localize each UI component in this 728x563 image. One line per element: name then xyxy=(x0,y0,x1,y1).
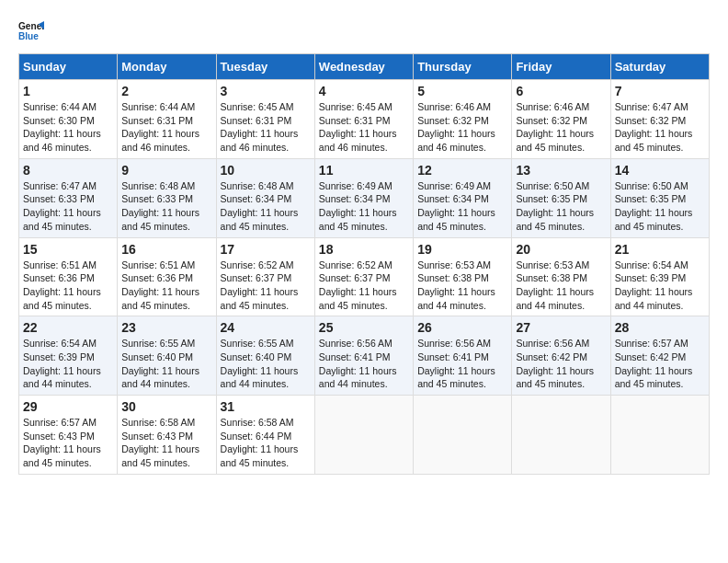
day-number: 30 xyxy=(121,399,211,414)
day-info: Sunrise: 6:57 AM Sunset: 6:42 PM Dayligh… xyxy=(615,337,705,391)
calendar-cell: 14 Sunrise: 6:50 AM Sunset: 6:35 PM Dayl… xyxy=(610,158,709,237)
calendar-cell xyxy=(414,396,512,475)
day-info: Sunrise: 6:45 AM Sunset: 6:31 PM Dayligh… xyxy=(221,100,311,155)
svg-text:Blue: Blue xyxy=(18,31,39,41)
calendar-cell: 31 Sunrise: 6:58 AM Sunset: 6:44 PM Dayl… xyxy=(216,396,314,475)
calendar-cell: 9 Sunrise: 6:48 AM Sunset: 6:33 PM Dayli… xyxy=(118,158,216,237)
day-info: Sunrise: 6:56 AM Sunset: 6:41 PM Dayligh… xyxy=(319,337,409,391)
day-info: Sunrise: 6:50 AM Sunset: 6:35 PM Dayligh… xyxy=(615,179,705,234)
day-info: Sunrise: 6:48 AM Sunset: 6:33 PM Dayligh… xyxy=(121,179,211,234)
day-number: 12 xyxy=(417,163,507,178)
day-info: Sunrise: 6:54 AM Sunset: 6:39 PM Dayligh… xyxy=(615,259,705,313)
day-number: 13 xyxy=(516,163,606,178)
day-number: 31 xyxy=(221,399,311,414)
calendar-cell: 13 Sunrise: 6:50 AM Sunset: 6:35 PM Dayl… xyxy=(512,158,610,237)
day-number: 16 xyxy=(121,242,211,257)
calendar-cell: 25 Sunrise: 6:56 AM Sunset: 6:41 PM Dayl… xyxy=(314,316,413,396)
day-number: 4 xyxy=(319,84,409,98)
day-info: Sunrise: 6:55 AM Sunset: 6:40 PM Dayligh… xyxy=(121,337,211,391)
calendar-cell: 21 Sunrise: 6:54 AM Sunset: 6:39 PM Dayl… xyxy=(610,237,709,316)
calendar-week-row: 15 Sunrise: 6:51 AM Sunset: 6:36 PM Dayl… xyxy=(19,237,710,316)
calendar-cell: 10 Sunrise: 6:48 AM Sunset: 6:34 PM Dayl… xyxy=(216,158,314,237)
day-info: Sunrise: 6:52 AM Sunset: 6:37 PM Dayligh… xyxy=(319,259,409,313)
day-number: 17 xyxy=(221,242,311,257)
calendar-cell: 18 Sunrise: 6:52 AM Sunset: 6:37 PM Dayl… xyxy=(314,237,413,316)
day-number: 3 xyxy=(221,84,311,98)
day-number: 29 xyxy=(23,399,113,414)
calendar-cell: 17 Sunrise: 6:52 AM Sunset: 6:37 PM Dayl… xyxy=(216,237,314,316)
calendar-week-row: 29 Sunrise: 6:57 AM Sunset: 6:43 PM Dayl… xyxy=(19,396,710,475)
page-header: General Blue xyxy=(18,18,710,44)
day-info: Sunrise: 6:57 AM Sunset: 6:43 PM Dayligh… xyxy=(23,416,113,470)
col-header-friday: Friday xyxy=(512,54,610,80)
day-info: Sunrise: 6:45 AM Sunset: 6:31 PM Dayligh… xyxy=(319,100,409,155)
col-header-thursday: Thursday xyxy=(414,54,512,80)
day-info: Sunrise: 6:53 AM Sunset: 6:38 PM Dayligh… xyxy=(417,259,507,313)
day-info: Sunrise: 6:51 AM Sunset: 6:36 PM Dayligh… xyxy=(121,259,211,313)
day-number: 18 xyxy=(319,242,409,257)
calendar-cell: 11 Sunrise: 6:49 AM Sunset: 6:34 PM Dayl… xyxy=(314,158,413,237)
calendar-week-row: 1 Sunrise: 6:44 AM Sunset: 6:30 PM Dayli… xyxy=(19,80,710,159)
col-header-monday: Monday xyxy=(118,54,216,80)
calendar-cell: 15 Sunrise: 6:51 AM Sunset: 6:36 PM Dayl… xyxy=(19,237,118,316)
calendar-cell xyxy=(512,396,610,475)
day-info: Sunrise: 6:50 AM Sunset: 6:35 PM Dayligh… xyxy=(516,179,606,234)
day-info: Sunrise: 6:44 AM Sunset: 6:30 PM Dayligh… xyxy=(23,100,113,155)
day-number: 24 xyxy=(221,320,311,335)
calendar-cell: 16 Sunrise: 6:51 AM Sunset: 6:36 PM Dayl… xyxy=(118,237,216,316)
day-number: 20 xyxy=(516,242,606,257)
day-number: 28 xyxy=(615,320,705,335)
calendar-cell: 12 Sunrise: 6:49 AM Sunset: 6:34 PM Dayl… xyxy=(414,158,512,237)
calendar-cell: 2 Sunrise: 6:44 AM Sunset: 6:31 PM Dayli… xyxy=(118,80,216,159)
calendar-cell: 24 Sunrise: 6:55 AM Sunset: 6:40 PM Dayl… xyxy=(216,316,314,396)
day-number: 9 xyxy=(121,163,211,178)
logo-icon: General Blue xyxy=(18,18,44,44)
calendar-cell: 23 Sunrise: 6:55 AM Sunset: 6:40 PM Dayl… xyxy=(118,316,216,396)
calendar-cell: 27 Sunrise: 6:56 AM Sunset: 6:42 PM Dayl… xyxy=(512,316,610,396)
day-info: Sunrise: 6:46 AM Sunset: 6:32 PM Dayligh… xyxy=(417,100,507,155)
day-info: Sunrise: 6:56 AM Sunset: 6:41 PM Dayligh… xyxy=(417,337,507,391)
col-header-tuesday: Tuesday xyxy=(216,54,314,80)
day-number: 11 xyxy=(319,163,409,178)
calendar-cell: 4 Sunrise: 6:45 AM Sunset: 6:31 PM Dayli… xyxy=(314,80,413,159)
calendar-week-row: 22 Sunrise: 6:54 AM Sunset: 6:39 PM Dayl… xyxy=(19,316,710,396)
day-info: Sunrise: 6:54 AM Sunset: 6:39 PM Dayligh… xyxy=(23,337,113,391)
col-header-wednesday: Wednesday xyxy=(314,54,413,80)
day-info: Sunrise: 6:47 AM Sunset: 6:33 PM Dayligh… xyxy=(23,179,113,234)
day-number: 7 xyxy=(615,84,705,98)
day-number: 22 xyxy=(23,320,113,335)
col-header-sunday: Sunday xyxy=(19,54,118,80)
calendar-cell: 7 Sunrise: 6:47 AM Sunset: 6:32 PM Dayli… xyxy=(610,80,709,159)
calendar-table: SundayMondayTuesdayWednesdayThursdayFrid… xyxy=(18,53,710,475)
day-info: Sunrise: 6:44 AM Sunset: 6:31 PM Dayligh… xyxy=(121,100,211,155)
day-number: 14 xyxy=(615,163,705,178)
day-number: 25 xyxy=(319,320,409,335)
day-number: 6 xyxy=(516,84,606,98)
calendar-cell: 5 Sunrise: 6:46 AM Sunset: 6:32 PM Dayli… xyxy=(414,80,512,159)
svg-text:General: General xyxy=(18,21,44,31)
day-info: Sunrise: 6:47 AM Sunset: 6:32 PM Dayligh… xyxy=(615,100,705,155)
day-number: 27 xyxy=(516,320,606,335)
day-number: 2 xyxy=(121,84,211,98)
calendar-cell: 3 Sunrise: 6:45 AM Sunset: 6:31 PM Dayli… xyxy=(216,80,314,159)
calendar-cell: 22 Sunrise: 6:54 AM Sunset: 6:39 PM Dayl… xyxy=(19,316,118,396)
calendar-cell: 30 Sunrise: 6:58 AM Sunset: 6:43 PM Dayl… xyxy=(118,396,216,475)
calendar-cell: 26 Sunrise: 6:56 AM Sunset: 6:41 PM Dayl… xyxy=(414,316,512,396)
calendar-cell: 19 Sunrise: 6:53 AM Sunset: 6:38 PM Dayl… xyxy=(414,237,512,316)
day-number: 23 xyxy=(121,320,211,335)
calendar-cell: 28 Sunrise: 6:57 AM Sunset: 6:42 PM Dayl… xyxy=(610,316,709,396)
day-info: Sunrise: 6:52 AM Sunset: 6:37 PM Dayligh… xyxy=(221,259,311,313)
day-info: Sunrise: 6:46 AM Sunset: 6:32 PM Dayligh… xyxy=(516,100,606,155)
day-number: 15 xyxy=(23,242,113,257)
calendar-header-row: SundayMondayTuesdayWednesdayThursdayFrid… xyxy=(19,54,710,80)
calendar-cell: 6 Sunrise: 6:46 AM Sunset: 6:32 PM Dayli… xyxy=(512,80,610,159)
col-header-saturday: Saturday xyxy=(610,54,709,80)
calendar-cell xyxy=(610,396,709,475)
day-info: Sunrise: 6:51 AM Sunset: 6:36 PM Dayligh… xyxy=(23,259,113,313)
day-number: 19 xyxy=(417,242,507,257)
day-info: Sunrise: 6:58 AM Sunset: 6:44 PM Dayligh… xyxy=(221,416,311,470)
day-info: Sunrise: 6:58 AM Sunset: 6:43 PM Dayligh… xyxy=(121,416,211,470)
day-number: 26 xyxy=(417,320,507,335)
day-info: Sunrise: 6:53 AM Sunset: 6:38 PM Dayligh… xyxy=(516,259,606,313)
day-number: 10 xyxy=(221,163,311,178)
